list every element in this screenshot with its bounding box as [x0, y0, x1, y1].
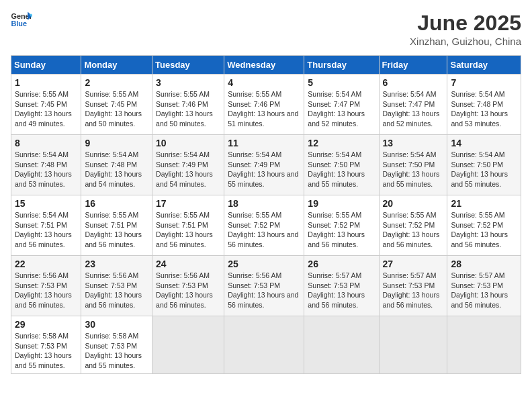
- day-header-thursday: Thursday: [304, 56, 379, 75]
- table-row: 20Sunrise: 5:55 AMSunset: 7:52 PMDayligh…: [379, 195, 447, 256]
- table-row: 17Sunrise: 5:55 AMSunset: 7:51 PMDayligh…: [152, 195, 224, 256]
- day-info: Sunrise: 5:56 AMSunset: 7:53 PMDaylight:…: [85, 271, 148, 310]
- table-row: 22Sunrise: 5:56 AMSunset: 7:53 PMDayligh…: [11, 256, 81, 316]
- title-area: June 2025 Xinzhan, Guizhou, China: [410, 11, 521, 47]
- header: General Blue June 2025 Xinzhan, Guizhou,…: [11, 11, 521, 47]
- day-number: 26: [308, 259, 375, 269]
- table-row: [379, 316, 447, 374]
- day-header-sunday: Sunday: [11, 56, 81, 75]
- day-header-friday: Friday: [379, 56, 447, 75]
- table-row: 6Sunrise: 5:54 AMSunset: 7:47 PMDaylight…: [379, 75, 447, 135]
- day-info: Sunrise: 5:55 AMSunset: 7:52 PMDaylight:…: [228, 210, 300, 250]
- table-row: [152, 316, 224, 374]
- day-number: 24: [156, 259, 220, 269]
- table-row: 4Sunrise: 5:55 AMSunset: 7:46 PMDaylight…: [224, 75, 304, 135]
- day-info: Sunrise: 5:54 AMSunset: 7:47 PMDaylight:…: [383, 89, 444, 129]
- table-row: 29Sunrise: 5:58 AMSunset: 7:53 PMDayligh…: [11, 316, 81, 374]
- day-number: 18: [228, 198, 300, 209]
- day-number: 20: [383, 198, 444, 209]
- day-info: Sunrise: 5:55 AMSunset: 7:52 PMDaylight:…: [308, 210, 375, 250]
- table-row: 8Sunrise: 5:54 AMSunset: 7:48 PMDaylight…: [11, 135, 81, 195]
- day-number: 16: [85, 198, 148, 209]
- day-info: Sunrise: 5:55 AMSunset: 7:51 PMDaylight:…: [85, 210, 148, 250]
- day-number: 11: [228, 138, 300, 148]
- day-info: Sunrise: 5:54 AMSunset: 7:48 PMDaylight:…: [85, 150, 148, 189]
- calendar-table: SundayMondayTuesdayWednesdayThursdayFrid…: [11, 55, 521, 374]
- day-number: 19: [308, 198, 375, 209]
- day-info: Sunrise: 5:54 AMSunset: 7:50 PMDaylight:…: [451, 150, 517, 189]
- day-info: Sunrise: 5:55 AMSunset: 7:51 PMDaylight:…: [156, 210, 220, 250]
- day-number: 9: [85, 138, 148, 148]
- table-row: 15Sunrise: 5:54 AMSunset: 7:51 PMDayligh…: [11, 195, 81, 256]
- table-row: 26Sunrise: 5:57 AMSunset: 7:53 PMDayligh…: [304, 256, 379, 316]
- day-info: Sunrise: 5:57 AMSunset: 7:53 PMDaylight:…: [308, 271, 375, 310]
- day-info: Sunrise: 5:55 AMSunset: 7:52 PMDaylight:…: [383, 210, 444, 250]
- day-number: 5: [308, 77, 375, 88]
- table-row: 18Sunrise: 5:55 AMSunset: 7:52 PMDayligh…: [224, 195, 304, 256]
- day-info: Sunrise: 5:56 AMSunset: 7:53 PMDaylight:…: [15, 271, 77, 310]
- day-number: 30: [85, 319, 148, 330]
- table-row: 2Sunrise: 5:55 AMSunset: 7:45 PMDaylight…: [81, 75, 152, 135]
- table-row: 19Sunrise: 5:55 AMSunset: 7:52 PMDayligh…: [304, 195, 379, 256]
- table-row: 11Sunrise: 5:54 AMSunset: 7:49 PMDayligh…: [224, 135, 304, 195]
- day-header-monday: Monday: [81, 56, 152, 75]
- logo: General Blue: [11, 11, 32, 30]
- table-row: 13Sunrise: 5:54 AMSunset: 7:50 PMDayligh…: [379, 135, 447, 195]
- day-number: 2: [85, 77, 148, 88]
- day-info: Sunrise: 5:57 AMSunset: 7:53 PMDaylight:…: [383, 271, 444, 310]
- day-header-wednesday: Wednesday: [224, 56, 304, 75]
- table-row: 25Sunrise: 5:56 AMSunset: 7:53 PMDayligh…: [224, 256, 304, 316]
- day-number: 22: [15, 259, 77, 269]
- day-info: Sunrise: 5:54 AMSunset: 7:50 PMDaylight:…: [383, 150, 444, 189]
- table-row: 21Sunrise: 5:55 AMSunset: 7:52 PMDayligh…: [447, 195, 521, 256]
- day-info: Sunrise: 5:55 AMSunset: 7:52 PMDaylight:…: [451, 210, 517, 250]
- day-number: 23: [85, 259, 148, 269]
- day-info: Sunrise: 5:54 AMSunset: 7:49 PMDaylight:…: [156, 150, 220, 189]
- day-number: 14: [451, 138, 517, 148]
- table-row: 23Sunrise: 5:56 AMSunset: 7:53 PMDayligh…: [81, 256, 152, 316]
- table-row: 5Sunrise: 5:54 AMSunset: 7:47 PMDaylight…: [304, 75, 379, 135]
- day-number: 6: [383, 77, 444, 88]
- day-info: Sunrise: 5:56 AMSunset: 7:53 PMDaylight:…: [228, 271, 300, 310]
- day-info: Sunrise: 5:55 AMSunset: 7:46 PMDaylight:…: [228, 89, 300, 129]
- day-number: 10: [156, 138, 220, 148]
- day-number: 3: [156, 77, 220, 88]
- day-number: 8: [15, 138, 77, 148]
- day-number: 17: [156, 198, 220, 209]
- table-row: 9Sunrise: 5:54 AMSunset: 7:48 PMDaylight…: [81, 135, 152, 195]
- day-number: 25: [228, 259, 300, 269]
- day-info: Sunrise: 5:55 AMSunset: 7:45 PMDaylight:…: [15, 89, 77, 129]
- month-title: June 2025: [410, 11, 521, 36]
- logo-icon: General Blue: [11, 11, 32, 30]
- day-info: Sunrise: 5:57 AMSunset: 7:53 PMDaylight:…: [451, 271, 517, 310]
- table-row: 10Sunrise: 5:54 AMSunset: 7:49 PMDayligh…: [152, 135, 224, 195]
- table-row: 27Sunrise: 5:57 AMSunset: 7:53 PMDayligh…: [379, 256, 447, 316]
- day-number: 13: [383, 138, 444, 148]
- day-header-saturday: Saturday: [447, 56, 521, 75]
- table-row: [447, 316, 521, 374]
- day-number: 1: [15, 77, 77, 88]
- day-number: 4: [228, 77, 300, 88]
- table-row: 28Sunrise: 5:57 AMSunset: 7:53 PMDayligh…: [447, 256, 521, 316]
- day-info: Sunrise: 5:54 AMSunset: 7:51 PMDaylight:…: [15, 210, 77, 250]
- table-row: 12Sunrise: 5:54 AMSunset: 7:50 PMDayligh…: [304, 135, 379, 195]
- day-info: Sunrise: 5:58 AMSunset: 7:53 PMDaylight:…: [85, 331, 148, 371]
- table-row: 24Sunrise: 5:56 AMSunset: 7:53 PMDayligh…: [152, 256, 224, 316]
- day-info: Sunrise: 5:54 AMSunset: 7:49 PMDaylight:…: [228, 150, 300, 189]
- day-number: 27: [383, 259, 444, 269]
- table-row: 14Sunrise: 5:54 AMSunset: 7:50 PMDayligh…: [447, 135, 521, 195]
- location-title: Xinzhan, Guizhou, China: [410, 36, 521, 47]
- day-number: 12: [308, 138, 375, 148]
- day-header-tuesday: Tuesday: [152, 56, 224, 75]
- day-number: 28: [451, 259, 517, 269]
- day-info: Sunrise: 5:54 AMSunset: 7:48 PMDaylight:…: [451, 89, 517, 129]
- table-row: [224, 316, 304, 374]
- table-row: 3Sunrise: 5:55 AMSunset: 7:46 PMDaylight…: [152, 75, 224, 135]
- day-info: Sunrise: 5:58 AMSunset: 7:53 PMDaylight:…: [15, 331, 77, 371]
- table-row: [304, 316, 379, 374]
- table-row: 7Sunrise: 5:54 AMSunset: 7:48 PMDaylight…: [447, 75, 521, 135]
- svg-text:Blue: Blue: [11, 19, 27, 28]
- day-info: Sunrise: 5:55 AMSunset: 7:46 PMDaylight:…: [156, 89, 220, 129]
- day-number: 7: [451, 77, 517, 88]
- day-number: 15: [15, 198, 77, 209]
